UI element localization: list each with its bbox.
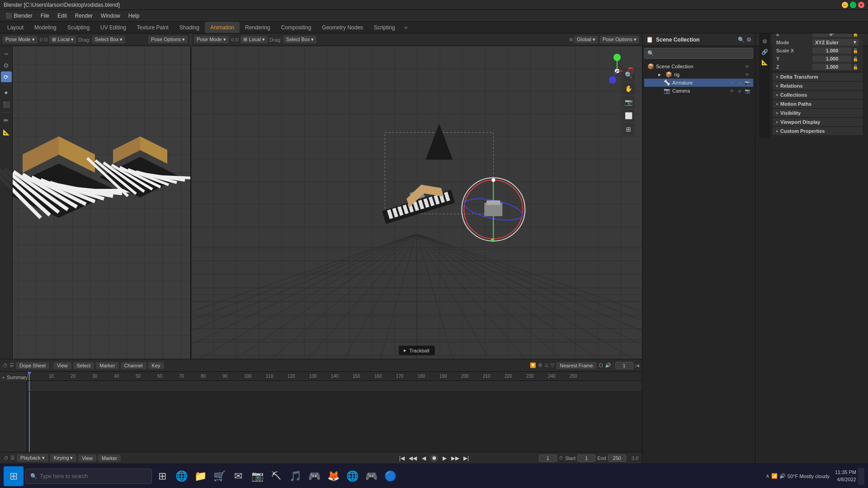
maximize-button[interactable]: □ <box>850 2 856 8</box>
scale-z-value[interactable]: 1.000 <box>812 64 852 70</box>
jump-end-button[interactable]: ▶| <box>462 454 471 463</box>
custom-properties-header[interactable]: ▸ Custom Properties <box>773 127 863 135</box>
outliner-armature-row[interactable]: 🦴 Armature 👁 ⊕ 📷 <box>644 79 753 87</box>
mode-select[interactable]: XYZ Euler ▾ <box>812 39 859 46</box>
current-frame-input[interactable] <box>615 362 633 369</box>
motion-paths-header[interactable]: ▸ Motion Paths <box>773 100 863 108</box>
nearest-frame-btn[interactable]: Nearest Frame <box>556 362 596 369</box>
blender-menu[interactable]: ⬛ Blender <box>2 12 36 20</box>
timeline-menu-icon[interactable]: ☰ <box>9 362 14 368</box>
drag-dropdown-left[interactable]: Select Box ▾ <box>92 36 126 43</box>
annotate-tool[interactable]: ✏ <box>1 115 12 126</box>
play-button[interactable]: ▶ <box>440 454 449 463</box>
drag-dropdown-right[interactable]: Select Box ▾ <box>283 36 317 43</box>
rotate-circle[interactable]: ⊙ <box>1 60 12 70</box>
outliner-rig-row[interactable]: ▸ 📦 rig 👁 <box>644 70 753 79</box>
start-frame-input[interactable] <box>577 455 595 462</box>
tl-select-menu[interactable]: Select <box>73 362 94 369</box>
tab-geometry-nodes[interactable]: Geometry Nodes <box>316 22 368 33</box>
move-tool[interactable]: ↔ <box>1 48 12 59</box>
tl-filter-icon[interactable]: 🔽 <box>530 362 536 368</box>
dope-sheet-dropdown[interactable]: Dope Sheet <box>16 362 49 369</box>
start-button[interactable]: ⊞ <box>4 466 24 486</box>
firefox-icon[interactable]: 🦊 <box>325 468 342 485</box>
network-icon[interactable]: 📶 <box>771 473 778 479</box>
marker-dropdown-bottom[interactable]: Marker <box>98 455 121 462</box>
tl-warn-icon[interactable]: ⚠ <box>544 362 549 368</box>
physics-icon[interactable]: ⚙ <box>760 37 770 47</box>
edge-icon[interactable]: 🌐 <box>173 468 190 485</box>
playback-dropdown[interactable]: Playback ▾ <box>17 454 48 462</box>
pose-options-left[interactable]: Pose Options ▾ <box>148 36 188 43</box>
outliner-search[interactable]: 🔍 <box>644 48 753 59</box>
tl-filter-btn[interactable]: ▽ <box>551 362 554 368</box>
controller-icon[interactable]: 🎮 <box>306 468 323 485</box>
file-menu[interactable]: File <box>37 12 53 20</box>
keying-dropdown[interactable]: Keying ▾ <box>50 454 77 462</box>
particles-icon[interactable]: ✴ <box>760 33 770 36</box>
blender-icon[interactable]: 🔵 <box>382 468 399 485</box>
global-dropdown[interactable]: Global ▾ <box>574 36 598 43</box>
outliner-search-input[interactable] <box>656 51 750 56</box>
viewport-3d[interactable]: Pose Mode ▾ ⊙ ⊡ ⊞ Local ▾ Drag: Select B… <box>0 33 642 359</box>
current-frame-display[interactable] <box>539 455 557 462</box>
tab-texture-paint[interactable]: Texture Paint <box>132 22 174 33</box>
step-forward-button[interactable]: ▶▶ <box>451 454 460 463</box>
quad-view-button[interactable]: ⊞ <box>622 123 635 136</box>
jump-start-button[interactable]: |◀ <box>397 454 406 463</box>
eye-icon[interactable]: 👁 <box>744 64 750 69</box>
tab-rendering[interactable]: Rendering <box>240 22 275 33</box>
minimize-button[interactable]: ─ <box>842 2 848 8</box>
file-explorer-icon[interactable]: 📁 <box>192 468 209 485</box>
close-button[interactable]: ✕ <box>858 2 864 8</box>
scene-collection-row[interactable]: 📦 Scene Collection 👁 <box>644 62 753 70</box>
camera-button[interactable]: 📷 <box>622 96 635 108</box>
armature-eye-icon[interactable]: 👁 <box>729 80 735 85</box>
select-box[interactable]: ⬛ <box>1 99 12 110</box>
tl-view-menu[interactable]: View <box>53 362 71 369</box>
transform-tool[interactable]: ⟳ <box>1 71 12 82</box>
rotation-z-value[interactable]: 0° <box>812 33 852 37</box>
tab-sculpting[interactable]: Sculpting <box>62 22 95 33</box>
measure-tool[interactable]: 📐 <box>1 127 12 137</box>
outliner-filter-icon[interactable]: 🔍 <box>738 37 745 43</box>
task-view-button[interactable]: ⊞ <box>154 468 171 485</box>
armature-select-icon[interactable]: ⊕ <box>736 80 743 85</box>
orientation-dropdown-left[interactable]: ⊞ Local ▾ <box>49 36 76 43</box>
armature-render-icon[interactable]: 📷 <box>744 80 750 85</box>
mail-icon[interactable]: ✉ <box>230 468 247 485</box>
camera-select-icon[interactable]: ⊕ <box>736 89 743 94</box>
pose-mode-dropdown-left[interactable]: Pose Mode ▾ <box>3 36 38 43</box>
pose-mode-dropdown-right[interactable]: Pose Mode ▾ <box>194 36 229 43</box>
clock[interactable]: 11:35 PM 4/8/2022 <box>835 469 856 483</box>
render-menu[interactable]: Render <box>71 12 96 20</box>
spotify-icon[interactable]: 🎵 <box>287 468 304 485</box>
volume-icon[interactable]: 🔊 <box>779 473 786 479</box>
right-viewport[interactable]: User Perspective (1) Armature : bone_r 🔍… <box>191 46 642 359</box>
scale-y-value[interactable]: 1.000 <box>812 56 852 62</box>
camera-render-icon[interactable]: 📷 <box>744 89 750 94</box>
visibility-header[interactable]: ▸ Visibility <box>773 109 863 117</box>
zoom-button[interactable]: 🔍 <box>622 69 635 81</box>
right-viewport-canvas[interactable] <box>191 46 642 359</box>
camera-eye-icon[interactable]: 👁 <box>729 89 735 94</box>
tab-layout[interactable]: Layout <box>2 22 29 33</box>
tl-toggle-icon[interactable]: ⚙ <box>538 362 542 368</box>
show-desktop-button[interactable] <box>858 468 864 485</box>
timeline-editor-icon[interactable]: ⏱ <box>3 363 8 368</box>
time-icon[interactable]: ⏱ <box>559 455 563 460</box>
rig-eye-icon[interactable]: 👁 <box>744 72 750 77</box>
tab-scripting[interactable]: Scripting <box>368 22 401 33</box>
relations-header[interactable]: ▸ Relations <box>773 82 863 90</box>
chrome-icon[interactable]: 🌐 <box>344 468 361 485</box>
left-viewport-canvas[interactable] <box>0 46 190 359</box>
tl-jump-start[interactable]: |◀ <box>635 363 639 368</box>
orientation-dropdown-right[interactable]: ⊞ Local ▾ <box>241 36 267 43</box>
add-workspace-button[interactable]: + <box>401 23 411 33</box>
end-frame-input[interactable] <box>608 455 626 462</box>
help-menu[interactable]: Help <box>125 12 143 20</box>
play-pause-button[interactable]: ⬤ <box>430 454 438 462</box>
data-icon[interactable]: 📐 <box>760 57 770 67</box>
scale-y-lock[interactable]: 🔓 <box>852 56 859 61</box>
tl-editor-icon-bottom[interactable]: ⏱ <box>4 455 9 461</box>
